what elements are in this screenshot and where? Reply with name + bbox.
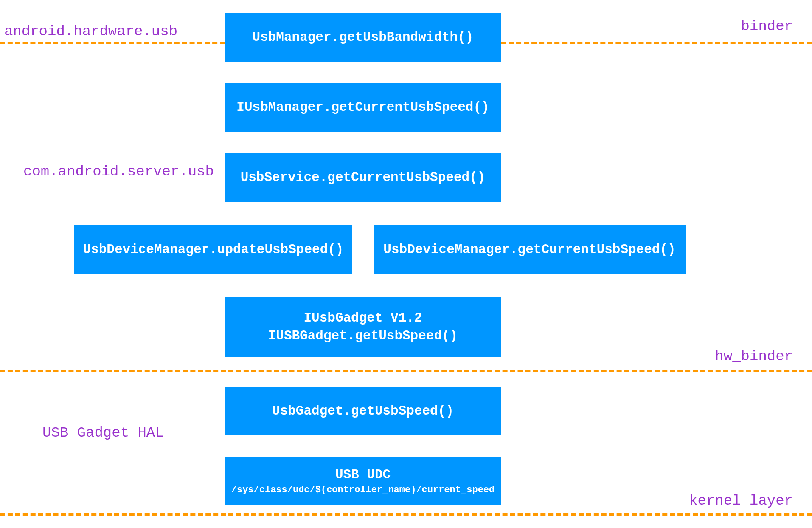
label-android-hardware-usb: android.hardware.usb	[4, 23, 177, 40]
label-usb-gadget-hal: USB Gadget HAL	[42, 425, 164, 441]
box-iusbmanager-getcurrentspeed: IUsbManager.getCurrentUsbSpeed()	[225, 83, 501, 132]
box-usb-udc: USB UDC /sys/class/udc/$(controller_name…	[225, 457, 501, 505]
box-usbgadget-get: UsbGadget.getUsbSpeed()	[225, 387, 501, 435]
box-usbmanager-getbandwidth: UsbManager.getUsbBandwidth()	[225, 13, 501, 62]
text-usbmanager-getbandwidth: UsbManager.getUsbBandwidth()	[253, 28, 474, 46]
dashed-binder-right	[501, 42, 812, 44]
text-usb-udc-path: /sys/class/udc/$(controller_name)/curren…	[231, 484, 495, 497]
label-kernel-layer: kernel layer	[689, 493, 793, 509]
label-binder: binder	[741, 18, 793, 34]
dashed-binder-left	[0, 42, 225, 44]
dashed-kernel	[0, 513, 812, 516]
box-usbdevicemanager-get: UsbDeviceManager.getCurrentUsbSpeed()	[374, 225, 686, 274]
text-iusbgadget-method: IUSBGadget.getUsbSpeed()	[268, 327, 458, 345]
box-usbservice-getcurrentspeed: UsbService.getCurrentUsbSpeed()	[225, 153, 501, 202]
label-com-android-server-usb: com.android.server.usb	[23, 164, 214, 180]
label-hw-binder: hw_binder	[715, 348, 793, 364]
text-usbdevicemanager-update: UsbDeviceManager.updateUsbSpeed()	[83, 241, 344, 259]
text-usbservice-getcurrentspeed: UsbService.getCurrentUsbSpeed()	[241, 169, 486, 186]
box-usbdevicemanager-update: UsbDeviceManager.updateUsbSpeed()	[74, 225, 352, 274]
dashed-hw-binder	[0, 370, 812, 372]
text-iusbgadget-title: IUsbGadget V1.2	[303, 309, 422, 327]
text-usb-udc-title: USB UDC	[335, 466, 391, 484]
text-usbgadget-get: UsbGadget.getUsbSpeed()	[272, 402, 454, 420]
text-iusbmanager-getcurrentspeed: IUsbManager.getCurrentUsbSpeed()	[236, 99, 489, 116]
box-iusbgadget: IUsbGadget V1.2 IUSBGadget.getUsbSpeed()	[225, 297, 501, 357]
diagram-canvas: android.hardware.usb binder com.android.…	[0, 0, 812, 528]
text-usbdevicemanager-get: UsbDeviceManager.getCurrentUsbSpeed()	[383, 241, 675, 259]
